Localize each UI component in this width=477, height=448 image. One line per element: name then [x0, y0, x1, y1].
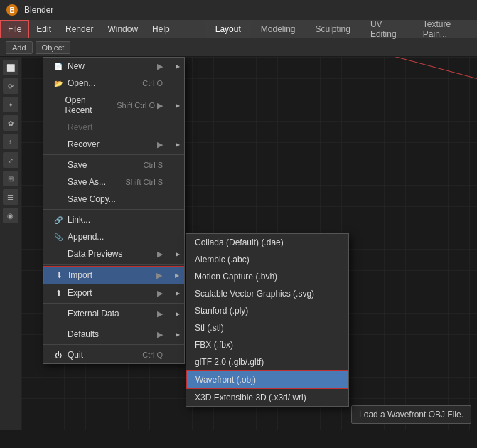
left-sidebar: ⬜ ⟳ ✦ ✿ ↕ ⤢ ⊞ ☰ ◉ — [0, 57, 21, 430]
main-area: ⬜ ⟳ ✦ ✿ ↕ ⤢ ⊞ ☰ ◉ 📄 New ▶ — [0, 57, 477, 430]
separator-1 — [43, 154, 184, 155]
import-submenu: Collada (Default) (.dae) Alembic (.abc) … — [186, 233, 349, 407]
sidebar-icon-2[interactable]: ⟳ — [3, 78, 18, 94]
sidebar-icon-6[interactable]: ⤢ — [3, 152, 18, 168]
sidebar-icon-8[interactable]: ☰ — [3, 189, 18, 205]
file-menu-save[interactable]: Save Ctrl S — [43, 156, 184, 174]
file-menu-export[interactable]: ⬆ Export ▶ — [43, 284, 184, 302]
separator-4 — [43, 303, 184, 304]
menu-help[interactable]: Help — [145, 20, 177, 38]
import-motion-capture[interactable]: Motion Capture (.bvh) — [186, 268, 348, 285]
file-menu-data-previews[interactable]: Data Previews ▶ — [43, 245, 184, 262]
menu-file[interactable]: File — [0, 20, 29, 38]
import-svg[interactable]: Scalable Vector Graphics (.svg) — [186, 285, 348, 302]
tab-uv-editing[interactable]: UV Editing — [360, 20, 413, 38]
menu-window[interactable]: Window — [100, 20, 145, 38]
sidebar-icon-1[interactable]: ⬜ — [3, 60, 18, 75]
file-menu-recover[interactable]: Recover ▶ — [43, 136, 184, 153]
tab-sculpting[interactable]: Sculpting — [306, 20, 360, 38]
file-menu-open[interactable]: 📂 Open... Ctrl O — [43, 75, 184, 92]
import-collada[interactable]: Collada (Default) (.dae) — [186, 234, 348, 251]
file-menu-new[interactable]: 📄 New ▶ — [43, 58, 184, 75]
tab-layout[interactable]: Layout — [205, 20, 251, 38]
file-menu-import[interactable]: ⬇ Import ▶ — [43, 266, 184, 284]
svg-text:B: B — [9, 6, 14, 14]
import-x3d[interactable]: X3D Extensible 3D (.x3d/.wrl) — [186, 389, 348, 406]
file-menu-quit[interactable]: ⏻ Quit Ctrl Q — [43, 346, 184, 363]
file-menu-save-as[interactable]: Save As... Shift Ctrl S — [43, 174, 184, 191]
file-menu-revert: Revert — [43, 119, 184, 136]
object-button[interactable]: Object — [36, 41, 71, 54]
add-button[interactable]: Add — [6, 41, 33, 54]
menu-bar: File Edit Render Window Help Layout Mode… — [0, 20, 477, 38]
sidebar-icon-9[interactable]: ◉ — [3, 208, 18, 223]
separator-3 — [43, 264, 184, 265]
open-icon: 📂 — [53, 80, 63, 87]
menu-render[interactable]: Render — [58, 20, 100, 38]
import-alembic[interactable]: Alembic (.abc) — [186, 251, 348, 268]
import-fbx[interactable]: FBX (.fbx) — [186, 336, 348, 353]
separator-6 — [43, 344, 184, 345]
title-bar: B Blender — [0, 0, 477, 20]
separator-2 — [43, 209, 184, 210]
separator-5 — [43, 324, 184, 324]
import-stanford[interactable]: Stanford (.ply) — [186, 302, 348, 319]
viewport[interactable]: 📄 New ▶ 📂 Open... Ctrl O — [21, 57, 477, 430]
file-menu-defaults[interactable]: Defaults ▶ — [43, 326, 184, 343]
sidebar-icon-5[interactable]: ↕ — [3, 134, 18, 149]
file-menu-append[interactable]: 📎 Append... — [43, 228, 184, 245]
blender-logo-icon: B — [6, 4, 18, 16]
sidebar-icon-7[interactable]: ⊞ — [3, 171, 18, 186]
sidebar-icon-3[interactable]: ✦ — [3, 97, 18, 112]
import-gltf[interactable]: glTF 2.0 (.glb/.gltf) — [186, 353, 348, 370]
import-stl[interactable]: Stl (.stl) — [186, 319, 348, 336]
file-menu-dropdown: 📄 New ▶ 📂 Open... Ctrl O — [43, 57, 185, 364]
tab-modeling[interactable]: Modeling — [251, 20, 306, 38]
file-menu-save-copy[interactable]: Save Copy... — [43, 191, 184, 208]
menu-edit[interactable]: Edit — [29, 20, 58, 38]
file-menu-external-data[interactable]: External Data ▶ — [43, 305, 184, 322]
file-menu-open-recent[interactable]: Open Recent Shift Ctrl O ▶ — [43, 92, 184, 119]
sidebar-icon-4[interactable]: ✿ — [3, 115, 18, 131]
tab-texture-paint[interactable]: Texture Pain... — [413, 20, 477, 38]
toolbar: Add Object — [0, 38, 477, 57]
new-icon: 📄 — [53, 63, 63, 70]
import-wavefront[interactable]: Wavefront (.obj) — [186, 370, 348, 389]
app-title: Blender — [24, 5, 53, 15]
file-menu-link[interactable]: 🔗 Link... — [43, 211, 184, 228]
tooltip: Load a Wavefront OBJ File. — [351, 405, 471, 424]
